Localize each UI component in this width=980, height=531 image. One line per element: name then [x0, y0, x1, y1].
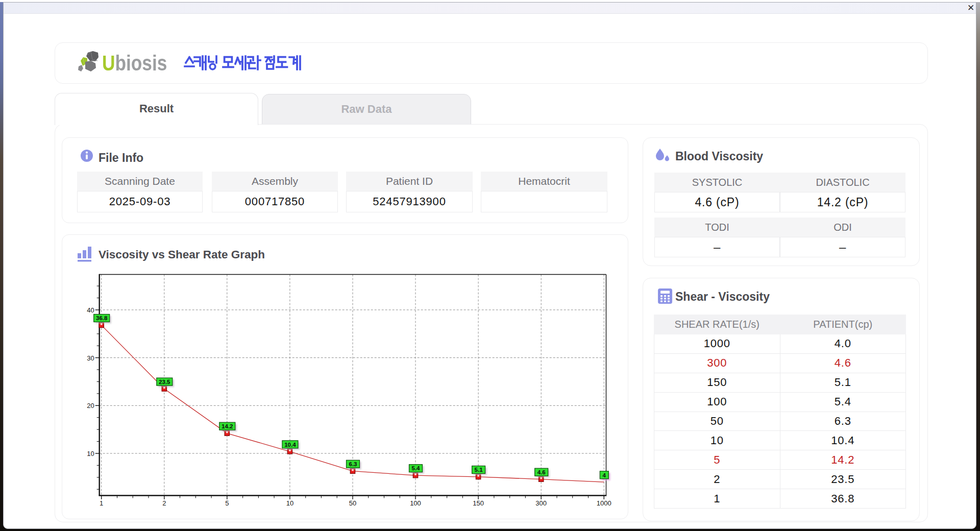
svg-text:150: 150 — [473, 499, 484, 507]
svg-text:5: 5 — [225, 499, 229, 507]
svg-text:20: 20 — [87, 402, 94, 409]
svg-text:5.4: 5.4 — [412, 465, 421, 471]
svg-text:30: 30 — [87, 354, 94, 362]
svg-text:300: 300 — [535, 499, 547, 507]
svg-text:5.1: 5.1 — [475, 467, 483, 473]
svg-text:50: 50 — [349, 499, 356, 507]
svg-text:2: 2 — [162, 499, 166, 507]
svg-text:1000: 1000 — [597, 499, 611, 507]
svg-text:36.8: 36.8 — [96, 315, 108, 321]
svg-text:10: 10 — [87, 450, 94, 457]
svg-text:40: 40 — [87, 306, 94, 314]
svg-text:100: 100 — [410, 499, 421, 507]
svg-text:10.4: 10.4 — [284, 442, 296, 448]
svg-text:6.3: 6.3 — [349, 461, 357, 467]
svg-text:4: 4 — [603, 472, 606, 478]
svg-text:23.5: 23.5 — [159, 379, 170, 385]
svg-text:10: 10 — [286, 499, 293, 507]
svg-text:1: 1 — [100, 499, 103, 507]
svg-text:4.6: 4.6 — [537, 469, 546, 475]
svg-text:14.2: 14.2 — [222, 423, 233, 429]
